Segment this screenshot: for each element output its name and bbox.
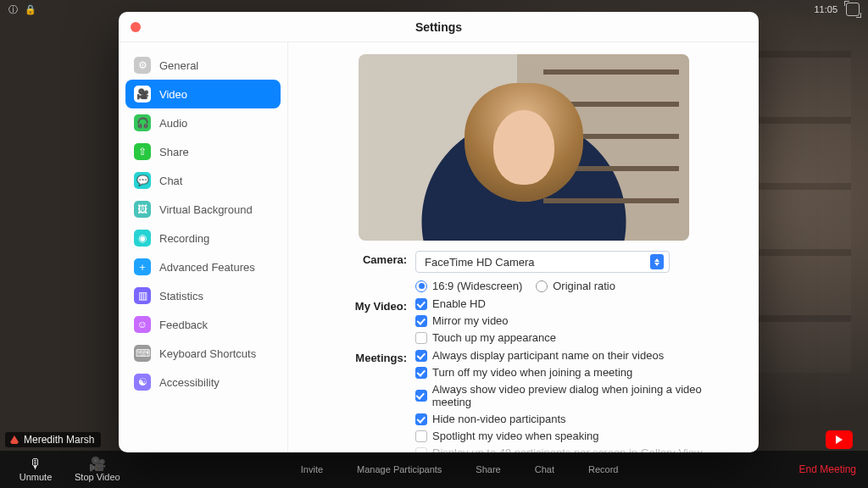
preview-person-face (493, 110, 554, 185)
unmute-button[interactable]: 🎙 Unmute (15, 458, 56, 482)
chevron-updown-icon (650, 254, 664, 269)
info-icon: ⓘ (8, 3, 18, 16)
ratio-widescreen-radio[interactable]: 16:9 (Widescreen) (415, 280, 522, 292)
accessibility-icon: ☯ (134, 374, 151, 391)
sidebar-item-label: Audio (159, 117, 187, 130)
sidebar-item-share[interactable]: ⇧Share (125, 137, 281, 166)
sidebar-item-video[interactable]: 🎥Video (125, 80, 281, 108)
sidebar-item-general[interactable]: ⚙General (125, 51, 281, 80)
invite-button[interactable]: Invite (301, 464, 323, 474)
display-name-checkbox[interactable]: Always display participant name on their… (415, 349, 738, 362)
sidebar-item-label: Recording (159, 232, 209, 245)
checkbox-disabled-icon (415, 447, 427, 453)
hide-nonvideo-label: Hide non-video participants (432, 413, 566, 425)
sidebar-item-virtual-background[interactable]: 🖼Virtual Background (125, 195, 281, 224)
video-icon: 🎥 (134, 86, 151, 103)
checkbox-on-icon (415, 315, 427, 327)
spotlight-label: Spotlight my video when speaking (432, 430, 599, 442)
chat-icon: 💬 (134, 172, 151, 189)
checkbox-on-icon (415, 350, 427, 362)
checkbox-on-icon (415, 413, 427, 425)
radio-on-icon (415, 280, 427, 292)
camera-select[interactable]: FaceTime HD Camera (415, 251, 670, 273)
youtube-badge-icon (826, 430, 853, 449)
keyboard-icon: ⌨ (134, 345, 151, 362)
gallery49-label: Display up to 49 participants per screen… (432, 446, 702, 452)
sidebar-item-label: Statistics (159, 290, 203, 302)
mirror-video-label: Mirror my video (432, 314, 509, 327)
clock: 11:05 (814, 4, 837, 14)
sidebar-item-label: Feedback (159, 319, 208, 331)
lock-icon: 🔒 (25, 4, 36, 15)
close-icon[interactable] (131, 22, 141, 32)
window-title: Settings (415, 20, 462, 34)
zoom-toolbar: 🎙 Unmute 🎥 Stop Video Invite Manage Part… (0, 451, 868, 488)
chat-button[interactable]: Chat (535, 464, 554, 474)
checkbox-on-icon (415, 390, 427, 402)
meetings-label: Meetings: (341, 349, 407, 364)
touch-up-checkbox[interactable]: Touch up my appearance (415, 331, 738, 344)
participant-name-banner: Meredith Marsh (5, 432, 101, 447)
camera-label: Camera: (341, 251, 407, 266)
turn-off-join-checkbox[interactable]: Turn off my video when joining a meeting (415, 366, 738, 379)
gear-icon: ⚙ (134, 57, 151, 74)
stop-video-label: Stop Video (75, 472, 120, 482)
my-video-label: My Video: (341, 297, 407, 313)
checkbox-off-icon (415, 332, 427, 344)
camera-selected-value: FaceTime HD Camera (425, 256, 535, 269)
settings-sidebar: ⚙General 🎥Video 🎧Audio ⇧Share 💬Chat 🖼Vir… (119, 42, 288, 452)
settings-window: Settings ⚙General 🎥Video 🎧Audio ⇧Share 💬… (119, 12, 759, 452)
sidebar-item-feedback[interactable]: ☺Feedback (125, 310, 281, 339)
radio-off-icon (536, 280, 548, 292)
checkbox-on-icon (415, 367, 427, 379)
sidebar-item-label: Video (159, 88, 187, 101)
video-icon: 🎥 (89, 458, 106, 471)
plus-icon: ＋ (134, 258, 151, 275)
touch-up-label: Touch up my appearance (432, 331, 556, 344)
sidebar-item-label: Keyboard Shortcuts (159, 347, 256, 360)
share-button[interactable]: Share (476, 464, 500, 474)
unmute-label: Unmute (19, 472, 53, 482)
sidebar-item-label: Chat (159, 175, 182, 187)
record-icon: ◉ (134, 230, 151, 247)
sidebar-item-shortcuts[interactable]: ⌨Keyboard Shortcuts (125, 339, 281, 368)
checkbox-off-icon (415, 430, 427, 442)
window-titlebar: Settings (119, 12, 759, 42)
display-name-label: Always display participant name on their… (432, 349, 664, 362)
ratio-original-label: Original ratio (553, 280, 615, 292)
sidebar-item-label: General (159, 59, 198, 72)
enable-hd-label: Enable HD (432, 297, 486, 310)
mirror-video-checkbox[interactable]: Mirror my video (415, 314, 738, 327)
sidebar-item-label: Accessibility (159, 376, 220, 389)
sidebar-item-audio[interactable]: 🎧Audio (125, 108, 281, 137)
image-icon: 🖼 (134, 201, 151, 218)
gallery49-checkbox: Display up to 49 participants per screen… (415, 446, 738, 452)
share-icon: ⇧ (134, 143, 151, 160)
sidebar-item-statistics[interactable]: ▥Statistics (125, 281, 281, 310)
ratio-original-radio[interactable]: Original ratio (536, 280, 615, 292)
turn-off-join-label: Turn off my video when joining a meeting (432, 366, 632, 379)
show-preview-label: Always show video preview dialog when jo… (432, 383, 738, 408)
settings-content: Camera: FaceTime HD Camera 16:9 (Widescr… (288, 42, 759, 452)
enable-hd-checkbox[interactable]: Enable HD (415, 297, 738, 310)
sidebar-item-label: Advanced Features (159, 261, 255, 274)
fullscreen-icon[interactable] (846, 3, 860, 16)
end-meeting-button[interactable]: End Meeting (799, 463, 856, 475)
hide-nonvideo-checkbox[interactable]: Hide non-video participants (415, 413, 738, 425)
chart-icon: ▥ (134, 287, 151, 304)
sidebar-item-recording[interactable]: ◉Recording (125, 224, 281, 252)
sidebar-item-advanced[interactable]: ＋Advanced Features (125, 252, 281, 281)
record-button[interactable]: Record (588, 464, 618, 474)
feedback-icon: ☺ (134, 316, 151, 333)
sidebar-item-label: Share (159, 146, 189, 158)
manage-participants-button[interactable]: Manage Participants (357, 464, 442, 474)
spotlight-checkbox[interactable]: Spotlight my video when speaking (415, 430, 738, 442)
participant-name: Meredith Marsh (24, 434, 94, 446)
show-preview-checkbox[interactable]: Always show video preview dialog when jo… (415, 383, 738, 408)
sidebar-item-chat[interactable]: 💬Chat (125, 166, 281, 195)
stop-video-button[interactable]: 🎥 Stop Video (75, 458, 120, 482)
sidebar-item-accessibility[interactable]: ☯Accessibility (125, 368, 281, 396)
sidebar-item-label: Virtual Background (159, 203, 253, 216)
camera-preview (359, 54, 689, 241)
mic-muted-icon: 🎙 (29, 458, 42, 471)
